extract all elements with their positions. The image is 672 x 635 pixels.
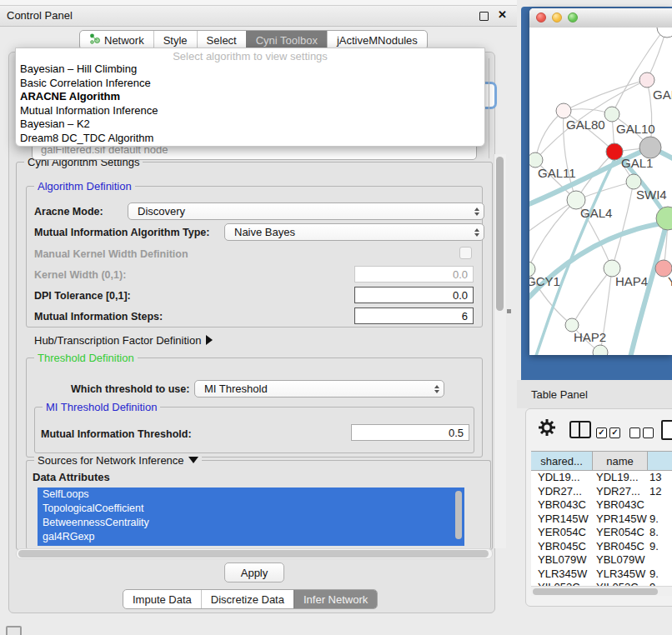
close-traffic-light-icon[interactable]: [536, 12, 546, 22]
table-column-header[interactable]: [648, 452, 672, 470]
tab-network[interactable]: Network: [80, 31, 153, 49]
unselect-all-columns-icon[interactable]: ✓✓: [629, 423, 656, 438]
table-column-header[interactable]: shared...: [531, 452, 593, 470]
mi-type-select[interactable]: Naive Bayes: [224, 223, 484, 241]
network-node[interactable]: [556, 103, 571, 118]
node-label: Y: [668, 274, 672, 288]
columns-icon[interactable]: [569, 421, 591, 438]
restore-panel-icon[interactable]: [6, 626, 22, 635]
algorithm-option[interactable]: Dream8 DC_TDC Algorithm: [16, 132, 484, 146]
network-node[interactable]: [639, 137, 661, 158]
settings-vscrollbar[interactable]: [494, 154, 506, 548]
document-icon[interactable]: [661, 420, 672, 440]
close-icon[interactable]: ✕: [498, 8, 507, 21]
data-attribute-item[interactable]: gal4RGexp: [38, 530, 464, 544]
network-node[interactable]: [604, 107, 619, 122]
table-column-header[interactable]: name: [593, 452, 648, 470]
algorithm-option[interactable]: Mutual Information Inference: [16, 104, 484, 118]
list-scrollbar-thumb[interactable]: [455, 491, 462, 539]
gear-icon[interactable]: [538, 418, 556, 440]
network-graph[interactable]: GALGAL80GAL10GAL1GAL11SWI4GAL4GCY1HAP4YH…: [529, 28, 672, 355]
tab-infer-network[interactable]: Infer Network: [293, 590, 377, 608]
tab-impute-data[interactable]: Impute Data: [123, 590, 201, 608]
tab-style[interactable]: Style: [153, 31, 197, 49]
table-hscrollbar-thumb[interactable]: [533, 588, 658, 595]
network-glyph-icon: [89, 33, 100, 47]
network-node[interactable]: [593, 345, 608, 355]
network-edge[interactable]: [529, 200, 576, 269]
group-border-fragment: [489, 58, 489, 158]
mi-steps-field[interactable]: 6: [354, 308, 474, 324]
chevron-down-icon: [188, 457, 198, 463]
table-cell: YPR145W: [593, 512, 648, 527]
table-cell: YDL19...: [531, 471, 593, 485]
stepper-icon: [474, 203, 479, 219]
table-hscrollbar[interactable]: [531, 586, 672, 596]
table-cell: YDR27...: [531, 485, 593, 499]
minimize-traffic-light-icon[interactable]: [552, 12, 562, 22]
window-top-edge: [0, 0, 517, 6]
table-row[interactable]: YER054CYER054C8.: [531, 526, 672, 540]
manual-kernel-checkbox[interactable]: [459, 247, 472, 259]
node-label: GAL11: [538, 166, 576, 180]
tab-cyni-toolbox[interactable]: Cyni Toolbox: [246, 31, 327, 49]
table-row[interactable]: YBR043CYBR043C: [531, 498, 672, 512]
data-attribute-item[interactable]: SelfLoops: [38, 488, 464, 502]
which-threshold-select[interactable]: MI Threshold: [194, 380, 444, 398]
mi-threshold-field[interactable]: 0.5: [351, 424, 469, 441]
data-attributes-list[interactable]: SelfLoopsTopologicalCoefficientBetweenne…: [38, 488, 464, 546]
kernel-width-field[interactable]: 0.0: [354, 266, 474, 282]
network-edge-thick[interactable]: [529, 221, 672, 304]
tab-cyni-toolbox-label: Cyni Toolbox: [256, 34, 318, 47]
hub-section-toggle[interactable]: Hub/Transcription Factor Definition: [34, 334, 213, 347]
network-edge[interactable]: [612, 182, 634, 268]
algorithm-option[interactable]: Bayesian – K2: [16, 118, 484, 132]
algorithm-option[interactable]: Basic Correlation Inference: [16, 77, 484, 91]
table-cell: YER054C: [593, 526, 648, 540]
tab-select[interactable]: Select: [197, 31, 246, 49]
network-window-titlebar[interactable]: [529, 8, 672, 28]
table-row[interactable]: YDL19...YDL19...13: [531, 471, 672, 485]
table-header-row: shared...name: [531, 451, 672, 471]
mi-threshold-group-title: MI Threshold Definition: [43, 401, 160, 413]
table-cell: YPR145W: [531, 512, 593, 527]
table-row[interactable]: YLR345WYLR345W9.: [531, 568, 672, 582]
data-attribute-item[interactable]: BetweennessCentrality: [38, 516, 464, 530]
panel-splitter-grip[interactable]: [507, 309, 511, 313]
network-view-window: GALGAL80GAL10GAL1GAL11SWI4GAL4GCY1HAP4YH…: [529, 8, 672, 355]
network-canvas[interactable]: GALGAL80GAL10GAL1GAL11SWI4GAL4GCY1HAP4YH…: [529, 28, 672, 355]
aracne-mode-select[interactable]: Discovery: [128, 202, 484, 220]
tab-discretize-data[interactable]: Discretize Data: [201, 590, 293, 608]
table-row[interactable]: YBL079WYBL079W: [531, 553, 672, 568]
table-cell: YBL079W: [593, 553, 648, 568]
network-node[interactable]: [606, 143, 623, 160]
node-label: SWI4: [636, 188, 667, 202]
algorithm-option[interactable]: ARACNE Algorithm: [16, 90, 484, 104]
settings-hscrollbar[interactable]: [16, 548, 493, 559]
data-attribute-item[interactable]: TopologicalCoefficient: [38, 502, 464, 516]
network-node[interactable]: [639, 72, 654, 88]
table-cell: [648, 498, 672, 512]
table-cell: YBR045C: [531, 540, 593, 554]
zoom-traffic-light-icon[interactable]: [568, 12, 578, 22]
table-cell: 9.: [648, 568, 672, 582]
table-cell: 9.: [648, 540, 672, 554]
dpi-tolerance-field[interactable]: 0.0: [354, 287, 474, 303]
tab-select-label: Select: [207, 34, 237, 47]
table-panel-title: Table Panel: [531, 388, 588, 401]
tab-infer-network-label: Infer Network: [303, 593, 368, 606]
settings-vscrollbar-thumb[interactable]: [496, 157, 504, 311]
tab-jactivemnodules[interactable]: jActiveMNodules: [327, 31, 427, 49]
control-panel-titlebar: Control Panel ✕: [0, 6, 517, 27]
select-all-columns-icon[interactable]: ✓✓: [596, 423, 623, 438]
hub-section-label: Hub/Transcription Factor Definition: [34, 334, 201, 347]
float-window-icon[interactable]: [479, 12, 489, 21]
settings-hscrollbar-thumb[interactable]: [18, 550, 489, 558]
table-row[interactable]: YBR045CYBR045C9.: [531, 540, 672, 554]
algorithm-option[interactable]: Bayesian – Hill Climbing: [16, 62, 484, 77]
table-cell: 13: [648, 471, 672, 485]
table-row[interactable]: YPR145WYPR145W9.: [531, 512, 672, 527]
table-row[interactable]: YDR27...YDR27...12: [531, 485, 672, 499]
network-edge[interactable]: [564, 80, 647, 111]
apply-button[interactable]: Apply: [224, 562, 284, 582]
